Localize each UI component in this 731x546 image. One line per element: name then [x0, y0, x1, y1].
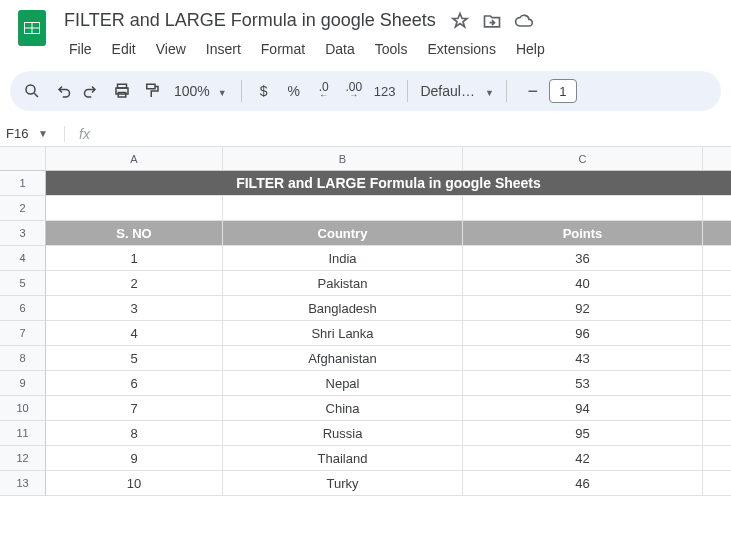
menu-view[interactable]: View: [147, 37, 195, 61]
cell[interactable]: India: [223, 246, 463, 271]
row-header[interactable]: 1: [0, 171, 46, 196]
column-header[interactable]: A: [46, 147, 223, 171]
menu-extensions[interactable]: Extensions: [418, 37, 504, 61]
cell[interactable]: 8: [46, 421, 223, 446]
cell[interactable]: [703, 421, 731, 446]
column-header[interactable]: C: [463, 147, 703, 171]
cloud-icon[interactable]: [514, 11, 534, 31]
cell[interactable]: 7: [46, 396, 223, 421]
menu-insert[interactable]: Insert: [197, 37, 250, 61]
cell[interactable]: 10: [46, 471, 223, 496]
decrease-decimal-button[interactable]: .0←: [310, 77, 338, 105]
cell[interactable]: Nepal: [223, 371, 463, 396]
cell[interactable]: 95: [463, 421, 703, 446]
cell[interactable]: Pakistan: [223, 271, 463, 296]
menubar: File Edit View Insert Format Data Tools …: [60, 37, 719, 61]
cell[interactable]: [46, 196, 223, 221]
cell[interactable]: [463, 196, 703, 221]
menu-file[interactable]: File: [60, 37, 101, 61]
increase-decimal-button[interactable]: .00→: [340, 77, 368, 105]
print-icon[interactable]: [108, 77, 136, 105]
cell[interactable]: 4: [46, 321, 223, 346]
row-header[interactable]: 9: [0, 371, 46, 396]
name-box[interactable]: F16 ▼: [0, 126, 54, 141]
title-cell[interactable]: FILTER and LARGE Formula in google Sheet…: [46, 171, 731, 196]
cell[interactable]: 46: [463, 471, 703, 496]
cell[interactable]: Thailand: [223, 446, 463, 471]
cell[interactable]: 92: [463, 296, 703, 321]
menu-edit[interactable]: Edit: [103, 37, 145, 61]
cell[interactable]: 40: [463, 271, 703, 296]
move-icon[interactable]: [482, 11, 502, 31]
cell[interactable]: 1: [46, 246, 223, 271]
cell[interactable]: 96: [463, 321, 703, 346]
row-header[interactable]: 8: [0, 346, 46, 371]
percent-button[interactable]: %: [280, 77, 308, 105]
search-icon[interactable]: [18, 77, 46, 105]
row-header[interactable]: 3: [0, 221, 46, 246]
column-header[interactable]: [703, 147, 731, 171]
redo-icon[interactable]: [78, 77, 106, 105]
row-header[interactable]: 10: [0, 396, 46, 421]
currency-button[interactable]: $: [250, 77, 278, 105]
cell[interactable]: Shri Lanka: [223, 321, 463, 346]
cell[interactable]: Afghanistan: [223, 346, 463, 371]
menu-format[interactable]: Format: [252, 37, 314, 61]
cell[interactable]: Bangladesh: [223, 296, 463, 321]
cell[interactable]: 53: [463, 371, 703, 396]
svg-point-0: [26, 85, 35, 94]
font-select[interactable]: Defaul…: [416, 77, 497, 105]
select-all-corner[interactable]: [0, 147, 46, 171]
header-cell[interactable]: Country: [223, 221, 463, 246]
cell[interactable]: 2: [46, 271, 223, 296]
header-cell[interactable]: S. NO: [46, 221, 223, 246]
row-header[interactable]: 11: [0, 421, 46, 446]
header-cell[interactable]: Points: [463, 221, 703, 246]
cell[interactable]: [703, 371, 731, 396]
undo-icon[interactable]: [48, 77, 76, 105]
formula-input[interactable]: [100, 124, 731, 143]
menu-data[interactable]: Data: [316, 37, 364, 61]
cell[interactable]: [703, 196, 731, 221]
cell[interactable]: [703, 471, 731, 496]
zoom-select[interactable]: 100%: [168, 77, 233, 105]
cell[interactable]: 94: [463, 396, 703, 421]
row-header[interactable]: 7: [0, 321, 46, 346]
sheets-logo[interactable]: [12, 8, 52, 48]
cell[interactable]: [703, 296, 731, 321]
cell[interactable]: Russia: [223, 421, 463, 446]
font-size-input[interactable]: 1: [549, 79, 577, 103]
star-icon[interactable]: [450, 11, 470, 31]
cell[interactable]: [703, 396, 731, 421]
cell[interactable]: China: [223, 396, 463, 421]
header-cell[interactable]: [703, 221, 731, 246]
column-header[interactable]: B: [223, 147, 463, 171]
cell[interactable]: [223, 196, 463, 221]
cell[interactable]: [703, 321, 731, 346]
cell[interactable]: 5: [46, 346, 223, 371]
cell[interactable]: 6: [46, 371, 223, 396]
cell[interactable]: [703, 246, 731, 271]
cell[interactable]: 9: [46, 446, 223, 471]
menu-help[interactable]: Help: [507, 37, 554, 61]
row-header[interactable]: 13: [0, 471, 46, 496]
row-header[interactable]: 6: [0, 296, 46, 321]
cell[interactable]: Turky: [223, 471, 463, 496]
cell[interactable]: 42: [463, 446, 703, 471]
cell[interactable]: [703, 346, 731, 371]
cell[interactable]: 3: [46, 296, 223, 321]
cell[interactable]: 43: [463, 346, 703, 371]
row-header[interactable]: 12: [0, 446, 46, 471]
cell[interactable]: [703, 271, 731, 296]
document-title[interactable]: FILTER and LARGE Formula in google Sheet…: [60, 8, 440, 33]
cell[interactable]: [703, 446, 731, 471]
menu-tools[interactable]: Tools: [366, 37, 417, 61]
row-header[interactable]: 4: [0, 246, 46, 271]
row-header[interactable]: 2: [0, 196, 46, 221]
number-format-button[interactable]: 123: [370, 77, 400, 105]
cell[interactable]: 36: [463, 246, 703, 271]
paint-format-icon[interactable]: [138, 77, 166, 105]
spreadsheet-grid: A B C 1 FILTER and LARGE Formula in goog…: [0, 147, 731, 496]
decrease-font-button[interactable]: −: [519, 77, 547, 105]
row-header[interactable]: 5: [0, 271, 46, 296]
